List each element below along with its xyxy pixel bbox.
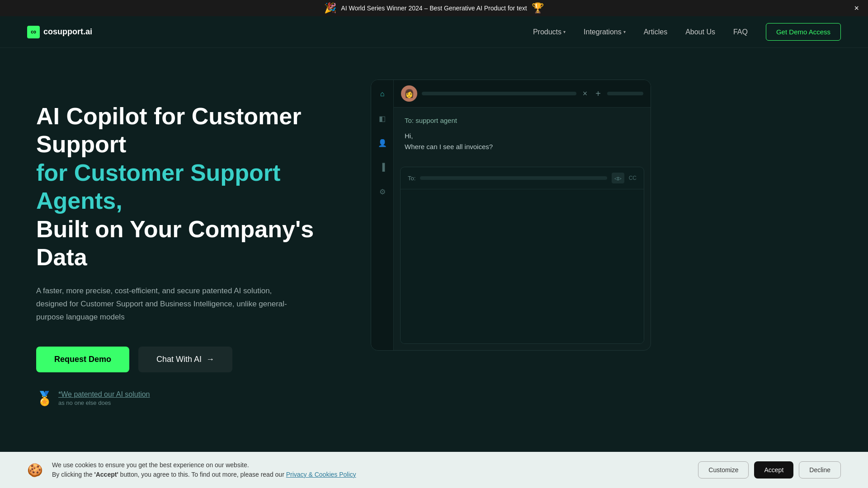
reply-to-bar	[420, 176, 607, 180]
sidebar-user-icon[interactable]: 👤	[376, 136, 389, 150]
get-demo-button[interactable]: Get Demo Access	[766, 23, 841, 41]
logo[interactable]: co cosupport.ai	[27, 26, 92, 38]
cookie-policy-link[interactable]: Privacy & Cookies Policy	[286, 471, 356, 478]
email-body: Hi, Where can I see all invoices?	[405, 131, 640, 152]
logo-text: cosupport.ai	[43, 27, 92, 37]
nav-item-products[interactable]: Products ▾	[533, 28, 566, 36]
hero-title: AI Copilot for Customer Support for Cust…	[36, 102, 344, 271]
email-to: To: support agent	[405, 117, 640, 124]
banner-emoji-left: 🎉	[324, 2, 336, 14]
widget-tab-bar	[607, 92, 643, 95]
hero-section: AI Copilot for Customer Support for Cust…	[36, 75, 344, 408]
avatar: 👩	[401, 85, 417, 102]
widget-close-button[interactable]: ×	[581, 87, 590, 100]
products-chevron-icon: ▾	[563, 29, 566, 34]
avatar-face: 👩	[401, 85, 417, 102]
demo-widget: ⌂ ◧ 👤 ▐ ⚙ 👩 × +	[371, 80, 651, 351]
banner-emoji-right: 🏆	[532, 2, 544, 14]
hero-title-highlight: for Customer Support Agents,	[36, 160, 280, 214]
banner-close-button[interactable]: ×	[854, 4, 859, 13]
widget-header: 👩 × +	[394, 80, 651, 108]
hero-buttons: Request Demo Chat With AI →	[36, 347, 344, 372]
email-question: Where can I see all invoices?	[405, 141, 640, 152]
reply-body[interactable]	[401, 189, 644, 343]
nav-menu: Products ▾ Integrations ▾ Articles About…	[533, 23, 841, 41]
nav-item-about[interactable]: About Us	[685, 28, 715, 36]
logo-icon: co	[27, 26, 40, 38]
sidebar-doc-icon[interactable]: ◧	[376, 112, 389, 125]
accept-button[interactable]: Accept	[754, 461, 793, 479]
sidebar-chart-icon[interactable]: ▐	[376, 160, 389, 174]
cookie-icon: 🍪	[27, 463, 43, 478]
navbar: co cosupport.ai Products ▾ Integrations …	[0, 16, 868, 48]
main-content: AI Copilot for Customer Support for Cust…	[0, 48, 868, 456]
email-greeting: Hi,	[405, 131, 640, 141]
reply-cc-label: CC	[629, 175, 637, 181]
widget-plus-button[interactable]: +	[594, 87, 603, 101]
cookie-buttons: Customize Accept Decline	[698, 461, 841, 479]
reply-header: To: ◁▷ CC	[401, 167, 644, 189]
patent-suffix: as no one else does	[58, 399, 111, 406]
reply-compose[interactable]: To: ◁▷ CC	[400, 167, 644, 344]
cookie-banner: 🍪 We use cookies to ensure you get the b…	[0, 452, 868, 488]
banner-text: AI World Series Winner 2024 – Best Gener…	[341, 5, 527, 12]
demo-widget-container: ⌂ ◧ 👤 ▐ ⚙ 👩 × +	[371, 75, 651, 351]
patent-text: *We patented our AI solution as no one e…	[58, 390, 150, 408]
sidebar-settings-icon[interactable]: ⚙	[376, 185, 389, 198]
email-display: To: support agent Hi, Where can I see al…	[394, 108, 651, 161]
patent-link[interactable]: *We patented our AI solution	[58, 390, 150, 398]
patent-note: 🏅 *We patented our AI solution as no one…	[36, 390, 344, 408]
top-banner: 🎉 AI World Series Winner 2024 – Best Gen…	[0, 0, 868, 16]
arrow-icon: →	[206, 355, 214, 364]
widget-body: To: support agent Hi, Where can I see al…	[394, 108, 651, 350]
patent-icon: 🏅	[36, 390, 53, 406]
reply-edit-button[interactable]: ◁▷	[612, 173, 624, 183]
widget-header-bar	[422, 92, 576, 95]
nav-item-articles[interactable]: Articles	[644, 28, 667, 36]
integrations-chevron-icon: ▾	[623, 29, 626, 34]
hero-description: A faster, more precise, cost-efficient, …	[36, 285, 289, 324]
cookie-text: We use cookies to ensure you get the bes…	[52, 460, 689, 479]
decline-button[interactable]: Decline	[799, 461, 841, 479]
nav-item-integrations[interactable]: Integrations ▾	[584, 28, 626, 36]
request-demo-button[interactable]: Request Demo	[36, 347, 129, 372]
sidebar-home-icon[interactable]: ⌂	[376, 87, 389, 101]
customize-button[interactable]: Customize	[698, 461, 749, 479]
widget-sidebar: ⌂ ◧ 👤 ▐ ⚙	[371, 80, 394, 350]
chat-with-ai-button[interactable]: Chat With AI →	[138, 347, 232, 372]
reply-to-label: To:	[408, 175, 415, 182]
widget-main: 👩 × + To: support agent Hi	[394, 80, 651, 350]
nav-item-faq[interactable]: FAQ	[733, 28, 748, 36]
